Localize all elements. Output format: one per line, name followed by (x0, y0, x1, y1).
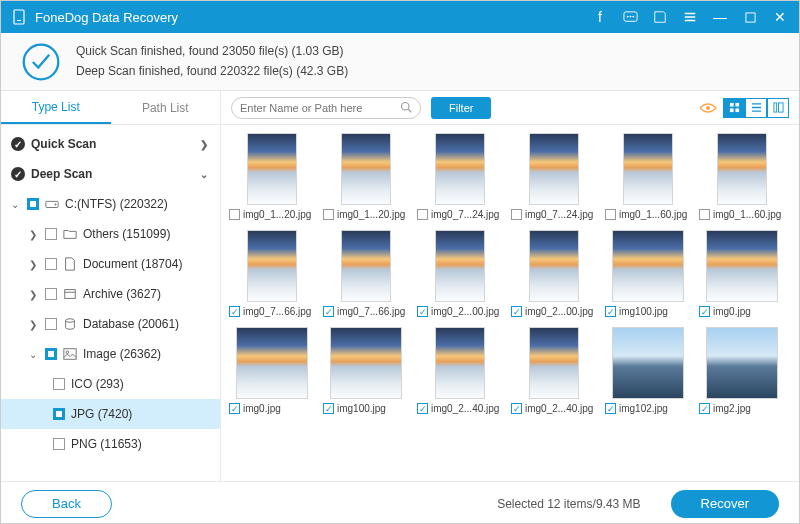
thumbnail-item[interactable]: img0_7...24.jpg (511, 133, 597, 220)
thumbnail-image[interactable] (330, 327, 402, 399)
tree-database[interactable]: ❯ Database (20061) (1, 309, 220, 339)
thumbnail-item[interactable]: ✓img2.jpg (699, 327, 785, 414)
thumbnail-checkbox[interactable]: ✓ (699, 403, 710, 414)
thumbnail-image[interactable] (341, 230, 391, 302)
thumbnail-checkbox[interactable]: ✓ (417, 403, 428, 414)
feedback-icon[interactable] (621, 8, 639, 26)
tab-path-list[interactable]: Path List (111, 91, 221, 124)
thumbnail-image[interactable] (623, 133, 673, 205)
filter-button[interactable]: Filter (431, 97, 491, 119)
thumbnail-image[interactable] (529, 230, 579, 302)
thumbnail-checkbox[interactable]: ✓ (323, 403, 334, 414)
thumbnail-item[interactable]: ✓img0_7...66.jpg (229, 230, 315, 317)
thumbnail-checkbox[interactable]: ✓ (511, 403, 522, 414)
tree-image[interactable]: ⌄ Image (26362) (1, 339, 220, 369)
preview-eye-icon[interactable] (697, 98, 719, 118)
tab-type-list[interactable]: Type List (1, 91, 111, 124)
thumbnail-item[interactable]: img0_7...24.jpg (417, 133, 503, 220)
thumbnail-image[interactable] (435, 230, 485, 302)
checkbox-icon[interactable] (45, 258, 57, 270)
facebook-icon[interactable]: f (591, 8, 609, 26)
minimize-icon[interactable]: — (711, 8, 729, 26)
thumbnail-checkbox[interactable]: ✓ (699, 306, 710, 317)
thumbnail-image[interactable] (529, 133, 579, 205)
thumbnail-checkbox[interactable] (323, 209, 334, 220)
thumbnail-item[interactable]: ✓img0.jpg (699, 230, 785, 317)
thumbnail-item[interactable]: img0_1...60.jpg (699, 133, 785, 220)
thumbnail-checkbox[interactable] (417, 209, 428, 220)
thumbnail-item[interactable]: img0_1...60.jpg (605, 133, 691, 220)
search-box[interactable] (231, 97, 421, 119)
view-list-icon[interactable] (745, 98, 767, 118)
search-icon[interactable] (400, 99, 412, 117)
checkbox-icon[interactable] (45, 348, 57, 360)
thumbnail-item[interactable]: ✓img0_2...00.jpg (511, 230, 597, 317)
view-detail-icon[interactable] (767, 98, 789, 118)
tree-archive[interactable]: ❯ Archive (3627) (1, 279, 220, 309)
thumbnail-item[interactable]: ✓img100.jpg (323, 327, 409, 414)
close-icon[interactable]: ✕ (771, 8, 789, 26)
checkbox-icon[interactable] (53, 378, 65, 390)
thumbnail-item[interactable]: ✓img0.jpg (229, 327, 315, 414)
thumbnail-item[interactable]: img0_1...20.jpg (229, 133, 315, 220)
thumbnail-item[interactable]: ✓img0_2...40.jpg (417, 327, 503, 414)
checkbox-icon[interactable] (27, 198, 39, 210)
svg-point-5 (632, 15, 634, 17)
tree-png[interactable]: PNG (11653) (1, 429, 220, 459)
checkbox-icon[interactable] (45, 288, 57, 300)
tree-deep-scan[interactable]: ✓ Deep Scan ⌄ (1, 159, 220, 189)
thumbnail-checkbox[interactable]: ✓ (605, 306, 616, 317)
thumbnail-image[interactable] (236, 327, 308, 399)
view-grid-icon[interactable] (723, 98, 745, 118)
tree-others[interactable]: ❯ Others (151099) (1, 219, 220, 249)
thumbnail-image[interactable] (341, 133, 391, 205)
maximize-icon[interactable] (741, 8, 759, 26)
thumbnail-item[interactable]: img0_1...20.jpg (323, 133, 409, 220)
tree-ico[interactable]: ICO (293) (1, 369, 220, 399)
tree-document[interactable]: ❯ Document (18704) (1, 249, 220, 279)
thumbnail-checkbox[interactable]: ✓ (323, 306, 334, 317)
checkbox-icon[interactable] (53, 408, 65, 420)
thumbnail-item[interactable]: ✓img102.jpg (605, 327, 691, 414)
thumbnail-item[interactable]: ✓img100.jpg (605, 230, 691, 317)
thumbnail-checkbox[interactable] (229, 209, 240, 220)
thumbnail-checkbox[interactable]: ✓ (511, 306, 522, 317)
thumbnail-image[interactable] (247, 230, 297, 302)
checkbox-icon[interactable] (53, 438, 65, 450)
save-icon[interactable] (651, 8, 669, 26)
search-input[interactable] (240, 102, 394, 114)
back-button[interactable]: Back (21, 490, 112, 518)
thumbnail-item[interactable]: ✓img0_2...00.jpg (417, 230, 503, 317)
thumbnail-image[interactable] (612, 327, 684, 399)
tree-jpg[interactable]: JPG (7420) (1, 399, 220, 429)
svg-rect-21 (778, 103, 783, 112)
thumbnail-image[interactable] (717, 133, 767, 205)
thumbnail-image[interactable] (612, 230, 684, 302)
thumbnail-item[interactable]: ✓img0_2...40.jpg (511, 327, 597, 414)
thumbnail-filename: img0_7...24.jpg (525, 209, 597, 220)
thumbnail-image[interactable] (529, 327, 579, 399)
thumbnail-image[interactable] (706, 327, 778, 399)
thumbnail-checkbox[interactable]: ✓ (229, 306, 240, 317)
checkbox-icon[interactable] (45, 318, 57, 330)
thumbnail-filename: img0_7...66.jpg (337, 306, 409, 317)
checkbox-icon[interactable] (45, 228, 57, 240)
menu-icon[interactable] (681, 8, 699, 26)
thumbnail-image[interactable] (435, 133, 485, 205)
thumbnail-checkbox[interactable]: ✓ (229, 403, 240, 414)
tree-drive[interactable]: ⌄ C:(NTFS) (220322) (1, 189, 220, 219)
thumbnail-item[interactable]: ✓img0_7...66.jpg (323, 230, 409, 317)
thumbnail-checkbox[interactable] (605, 209, 616, 220)
thumbnail-image[interactable] (435, 327, 485, 399)
svg-rect-17 (735, 103, 739, 107)
thumbnail-image[interactable] (247, 133, 297, 205)
thumbnail-image[interactable] (706, 230, 778, 302)
thumbnail-checkbox[interactable]: ✓ (605, 403, 616, 414)
thumbnail-checkbox[interactable] (511, 209, 522, 220)
thumbnail-checkbox[interactable]: ✓ (417, 306, 428, 317)
thumbnail-checkbox[interactable] (699, 209, 710, 220)
svg-rect-1 (17, 20, 21, 21)
recover-button[interactable]: Recover (671, 490, 779, 518)
titlebar: FoneDog Data Recovery f — ✕ (1, 1, 799, 33)
tree-quick-scan[interactable]: ✓ Quick Scan ❯ (1, 129, 220, 159)
